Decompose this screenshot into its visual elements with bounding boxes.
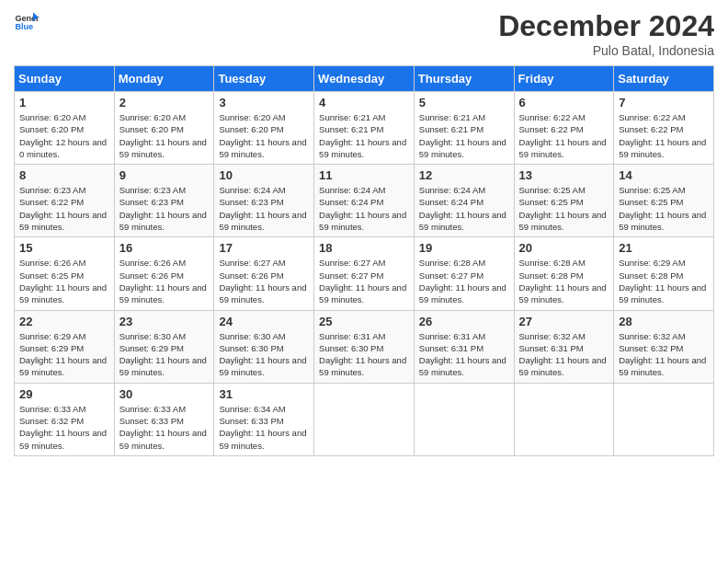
day-info: Sunrise: 6:20 AM Sunset: 6:20 PM Dayligh… bbox=[119, 111, 210, 160]
day-number: 3 bbox=[219, 96, 309, 109]
day-number: 21 bbox=[619, 241, 709, 255]
calendar-cell: 29 Sunrise: 6:33 AM Sunset: 6:32 PM Dayl… bbox=[15, 383, 115, 455]
day-info: Sunrise: 6:21 AM Sunset: 6:21 PM Dayligh… bbox=[419, 111, 509, 160]
calendar-week-row: 8 Sunrise: 6:23 AM Sunset: 6:22 PM Dayli… bbox=[15, 165, 714, 237]
day-info: Sunrise: 6:22 AM Sunset: 6:22 PM Dayligh… bbox=[619, 111, 709, 160]
calendar-cell: 25 Sunrise: 6:31 AM Sunset: 6:30 PM Dayl… bbox=[314, 310, 415, 383]
calendar-cell: 16 Sunrise: 6:26 AM Sunset: 6:26 PM Dayl… bbox=[114, 237, 214, 310]
day-header: Monday bbox=[114, 66, 214, 92]
day-info: Sunrise: 6:29 AM Sunset: 6:29 PM Dayligh… bbox=[19, 330, 109, 379]
calendar-cell: 1 Sunrise: 6:20 AM Sunset: 6:20 PM Dayli… bbox=[15, 92, 115, 165]
calendar-cell: 17 Sunrise: 6:27 AM Sunset: 6:26 PM Dayl… bbox=[214, 237, 314, 310]
day-info: Sunrise: 6:25 AM Sunset: 6:25 PM Dayligh… bbox=[619, 184, 709, 233]
calendar-cell: 5 Sunrise: 6:21 AM Sunset: 6:21 PM Dayli… bbox=[414, 92, 514, 165]
day-info: Sunrise: 6:28 AM Sunset: 6:27 PM Dayligh… bbox=[419, 257, 509, 305]
day-number: 17 bbox=[219, 241, 309, 255]
day-info: Sunrise: 6:27 AM Sunset: 6:26 PM Dayligh… bbox=[219, 257, 309, 305]
day-number: 4 bbox=[319, 96, 409, 109]
calendar-cell: 18 Sunrise: 6:27 AM Sunset: 6:27 PM Dayl… bbox=[314, 237, 415, 310]
calendar-cell: 6 Sunrise: 6:22 AM Sunset: 6:22 PM Dayli… bbox=[514, 92, 614, 165]
calendar-cell: 13 Sunrise: 6:25 AM Sunset: 6:25 PM Dayl… bbox=[514, 165, 614, 237]
day-number: 24 bbox=[219, 315, 309, 328]
calendar-header-row: SundayMondayTuesdayWednesdayThursdayFrid… bbox=[15, 66, 714, 92]
day-info: Sunrise: 6:23 AM Sunset: 6:22 PM Dayligh… bbox=[19, 184, 109, 233]
calendar-cell: 19 Sunrise: 6:28 AM Sunset: 6:27 PM Dayl… bbox=[414, 237, 514, 310]
day-header: Friday bbox=[514, 66, 614, 92]
calendar-week-row: 1 Sunrise: 6:20 AM Sunset: 6:20 PM Dayli… bbox=[15, 92, 714, 165]
calendar-cell: 24 Sunrise: 6:30 AM Sunset: 6:30 PM Dayl… bbox=[214, 310, 314, 383]
day-number: 18 bbox=[319, 241, 409, 255]
day-number: 25 bbox=[319, 315, 409, 328]
calendar-cell: 21 Sunrise: 6:29 AM Sunset: 6:28 PM Dayl… bbox=[614, 237, 714, 310]
day-info: Sunrise: 6:28 AM Sunset: 6:28 PM Dayligh… bbox=[519, 257, 609, 305]
day-info: Sunrise: 6:29 AM Sunset: 6:28 PM Dayligh… bbox=[619, 257, 709, 305]
calendar-cell: 12 Sunrise: 6:24 AM Sunset: 6:24 PM Dayl… bbox=[414, 165, 514, 237]
day-info: Sunrise: 6:31 AM Sunset: 6:30 PM Dayligh… bbox=[319, 330, 409, 379]
calendar-cell: 31 Sunrise: 6:34 AM Sunset: 6:33 PM Dayl… bbox=[214, 383, 314, 455]
day-number: 28 bbox=[619, 315, 709, 328]
day-info: Sunrise: 6:30 AM Sunset: 6:30 PM Dayligh… bbox=[219, 330, 309, 379]
day-number: 13 bbox=[519, 168, 609, 182]
calendar-cell: 26 Sunrise: 6:31 AM Sunset: 6:31 PM Dayl… bbox=[414, 310, 514, 383]
location: Pulo Batal, Indonesia bbox=[498, 43, 714, 58]
calendar-cell bbox=[614, 383, 714, 455]
calendar-cell: 15 Sunrise: 6:26 AM Sunset: 6:25 PM Dayl… bbox=[15, 237, 115, 310]
day-info: Sunrise: 6:31 AM Sunset: 6:31 PM Dayligh… bbox=[419, 330, 509, 379]
day-info: Sunrise: 6:21 AM Sunset: 6:21 PM Dayligh… bbox=[319, 111, 409, 160]
day-info: Sunrise: 6:23 AM Sunset: 6:23 PM Dayligh… bbox=[119, 184, 210, 233]
day-info: Sunrise: 6:27 AM Sunset: 6:27 PM Dayligh… bbox=[319, 257, 409, 305]
calendar-week-row: 15 Sunrise: 6:26 AM Sunset: 6:25 PM Dayl… bbox=[15, 237, 714, 310]
calendar-cell: 8 Sunrise: 6:23 AM Sunset: 6:22 PM Dayli… bbox=[15, 165, 115, 237]
calendar-cell: 20 Sunrise: 6:28 AM Sunset: 6:28 PM Dayl… bbox=[514, 237, 614, 310]
day-number: 30 bbox=[119, 387, 210, 401]
page-header: General Blue December 2024 Pulo Batal, I… bbox=[14, 9, 714, 58]
calendar-cell: 22 Sunrise: 6:29 AM Sunset: 6:29 PM Dayl… bbox=[15, 310, 115, 383]
day-info: Sunrise: 6:20 AM Sunset: 6:20 PM Dayligh… bbox=[219, 111, 309, 160]
day-info: Sunrise: 6:20 AM Sunset: 6:20 PM Dayligh… bbox=[19, 111, 109, 160]
day-number: 10 bbox=[219, 168, 309, 182]
day-number: 8 bbox=[19, 168, 109, 182]
day-number: 19 bbox=[419, 241, 509, 255]
calendar-cell: 27 Sunrise: 6:32 AM Sunset: 6:31 PM Dayl… bbox=[514, 310, 614, 383]
day-number: 5 bbox=[419, 96, 509, 109]
day-number: 23 bbox=[119, 315, 210, 328]
calendar-cell: 30 Sunrise: 6:33 AM Sunset: 6:33 PM Dayl… bbox=[114, 383, 214, 455]
calendar-week-row: 29 Sunrise: 6:33 AM Sunset: 6:32 PM Dayl… bbox=[15, 383, 714, 455]
logo-icon: General Blue bbox=[14, 9, 40, 35]
calendar-cell bbox=[514, 383, 614, 455]
month-year: December 2024 bbox=[498, 9, 714, 43]
day-number: 16 bbox=[119, 241, 210, 255]
calendar-week-row: 22 Sunrise: 6:29 AM Sunset: 6:29 PM Dayl… bbox=[15, 310, 714, 383]
day-info: Sunrise: 6:24 AM Sunset: 6:24 PM Dayligh… bbox=[319, 184, 409, 233]
day-number: 31 bbox=[219, 387, 309, 401]
day-info: Sunrise: 6:24 AM Sunset: 6:24 PM Dayligh… bbox=[419, 184, 509, 233]
day-number: 29 bbox=[19, 387, 109, 401]
day-header: Tuesday bbox=[214, 66, 314, 92]
calendar-cell: 10 Sunrise: 6:24 AM Sunset: 6:23 PM Dayl… bbox=[214, 165, 314, 237]
calendar-cell: 7 Sunrise: 6:22 AM Sunset: 6:22 PM Dayli… bbox=[614, 92, 714, 165]
day-info: Sunrise: 6:24 AM Sunset: 6:23 PM Dayligh… bbox=[219, 184, 309, 233]
svg-text:Blue: Blue bbox=[15, 22, 33, 31]
day-number: 22 bbox=[19, 315, 109, 328]
day-number: 9 bbox=[119, 168, 210, 182]
day-info: Sunrise: 6:34 AM Sunset: 6:33 PM Dayligh… bbox=[219, 403, 309, 452]
calendar-cell: 4 Sunrise: 6:21 AM Sunset: 6:21 PM Dayli… bbox=[314, 92, 415, 165]
day-header: Wednesday bbox=[314, 66, 415, 92]
calendar-cell bbox=[314, 383, 415, 455]
day-info: Sunrise: 6:32 AM Sunset: 6:31 PM Dayligh… bbox=[519, 330, 609, 379]
day-info: Sunrise: 6:33 AM Sunset: 6:32 PM Dayligh… bbox=[19, 403, 109, 452]
day-info: Sunrise: 6:33 AM Sunset: 6:33 PM Dayligh… bbox=[119, 403, 210, 452]
calendar-cell: 23 Sunrise: 6:30 AM Sunset: 6:29 PM Dayl… bbox=[114, 310, 214, 383]
day-header: Saturday bbox=[614, 66, 714, 92]
day-number: 12 bbox=[419, 168, 509, 182]
day-info: Sunrise: 6:30 AM Sunset: 6:29 PM Dayligh… bbox=[119, 330, 210, 379]
day-number: 20 bbox=[519, 241, 609, 255]
day-info: Sunrise: 6:26 AM Sunset: 6:25 PM Dayligh… bbox=[19, 257, 109, 305]
calendar-cell: 3 Sunrise: 6:20 AM Sunset: 6:20 PM Dayli… bbox=[214, 92, 314, 165]
day-header: Thursday bbox=[414, 66, 514, 92]
calendar-cell: 28 Sunrise: 6:32 AM Sunset: 6:32 PM Dayl… bbox=[614, 310, 714, 383]
logo: General Blue bbox=[14, 9, 40, 35]
day-info: Sunrise: 6:25 AM Sunset: 6:25 PM Dayligh… bbox=[519, 184, 609, 233]
calendar-cell bbox=[414, 383, 514, 455]
day-info: Sunrise: 6:26 AM Sunset: 6:26 PM Dayligh… bbox=[119, 257, 210, 305]
